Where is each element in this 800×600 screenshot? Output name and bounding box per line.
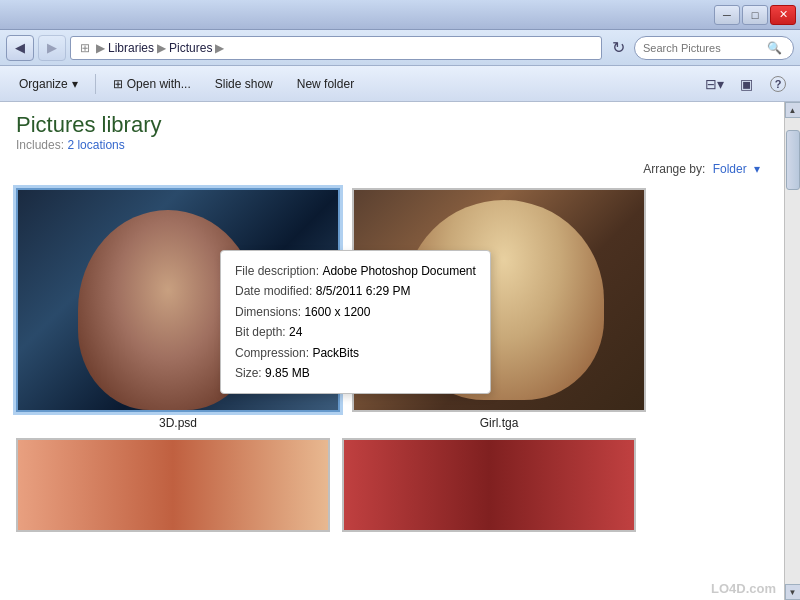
organize-button[interactable]: Organize ▾: [8, 71, 89, 97]
arrange-bar: Arrange by: Folder ▾: [0, 158, 784, 180]
file-item-3dpsd[interactable]: 3D.psd: [16, 188, 340, 430]
search-input[interactable]: [643, 42, 763, 54]
toolbar-right: ⊟ ▾ ▣ ?: [700, 71, 792, 97]
maximize-button[interactable]: □: [742, 5, 768, 25]
thumbnail-image-bottom-left: [18, 440, 328, 530]
thumbnail-girltga: [352, 188, 646, 412]
back-button[interactable]: ◀: [6, 35, 34, 61]
path-separator-icon: ⊞: [80, 41, 90, 55]
new-folder-label: New folder: [297, 77, 354, 91]
thumbnail-bottom-left: [16, 438, 330, 532]
search-icon: 🔍: [767, 41, 782, 55]
minimize-button[interactable]: ─: [714, 5, 740, 25]
page-title: Pictures library: [16, 112, 768, 138]
toolbar-separator: [95, 74, 96, 94]
help-button[interactable]: ?: [764, 71, 792, 97]
includes-label: Includes:: [16, 138, 64, 152]
scroll-thumb[interactable]: [786, 130, 800, 190]
views-icon: ⊟: [705, 76, 717, 92]
path-sep3: ▶: [215, 41, 224, 55]
thumbnail-bottom-right: [342, 438, 636, 532]
scrollbar[interactable]: ▲ ▼: [784, 102, 800, 600]
file-item-bottom-left[interactable]: [16, 438, 330, 532]
address-bar: ◀ ▶ ⊞ ▶ Libraries ▶ Pictures ▶ ↻ 🔍: [0, 30, 800, 66]
thumbnail-image-girltga: [354, 190, 644, 410]
scroll-track[interactable]: [786, 120, 800, 582]
forward-button[interactable]: ▶: [38, 35, 66, 61]
organize-label: Organize: [19, 77, 68, 91]
watermark: LO4D.com: [711, 581, 776, 596]
thumbnails-area: 3D.psd Girl.tga: [0, 180, 784, 438]
content-area: Pictures library Includes: 2 locations A…: [0, 102, 784, 600]
thumbnail-3dpsd: [16, 188, 340, 412]
preview-pane-button[interactable]: ▣: [732, 71, 760, 97]
organize-arrow-icon: ▾: [72, 77, 78, 91]
views-button[interactable]: ⊟ ▾: [700, 71, 728, 97]
help-icon: ?: [770, 76, 786, 92]
new-folder-button[interactable]: New folder: [286, 71, 365, 97]
slideshow-label: Slide show: [215, 77, 273, 91]
bottom-thumbnails: [0, 438, 784, 532]
content-header: Pictures library Includes: 2 locations: [0, 102, 784, 158]
file-label-girltga: Girl.tga: [480, 416, 519, 430]
thumbnail-image-bottom-right: [344, 440, 634, 530]
locations-link[interactable]: 2 locations: [67, 138, 124, 152]
views-arrow-icon: ▾: [717, 76, 724, 92]
refresh-button[interactable]: ↻: [606, 36, 630, 60]
slideshow-button[interactable]: Slide show: [204, 71, 284, 97]
arrange-label: Arrange by:: [643, 162, 705, 176]
file-label-3dpsd: 3D.psd: [159, 416, 197, 430]
address-path[interactable]: ⊞ ▶ Libraries ▶ Pictures ▶: [70, 36, 602, 60]
open-with-icon: ⊞: [113, 77, 123, 91]
scroll-up-button[interactable]: ▲: [785, 102, 801, 118]
path-sep1: ▶: [96, 41, 105, 55]
includes-info: Includes: 2 locations: [16, 138, 768, 152]
file-item-bottom-right[interactable]: [342, 438, 636, 532]
toolbar: Organize ▾ ⊞ Open with... Slide show New…: [0, 66, 800, 102]
preview-icon: ▣: [740, 76, 753, 92]
close-button[interactable]: ✕: [770, 5, 796, 25]
title-bar: ─ □ ✕: [0, 0, 800, 30]
search-box[interactable]: 🔍: [634, 36, 794, 60]
open-with-label: Open with...: [127, 77, 191, 91]
main-area: Pictures library Includes: 2 locations A…: [0, 102, 800, 600]
path-pictures[interactable]: Pictures: [169, 41, 212, 55]
open-with-button[interactable]: ⊞ Open with...: [102, 71, 202, 97]
file-item-girltga[interactable]: Girl.tga: [352, 188, 646, 430]
path-sep2: ▶: [157, 41, 166, 55]
thumbnail-image-3dpsd: [18, 190, 338, 410]
arrange-value[interactable]: Folder ▾: [713, 162, 764, 176]
path-libraries[interactable]: Libraries: [108, 41, 154, 55]
